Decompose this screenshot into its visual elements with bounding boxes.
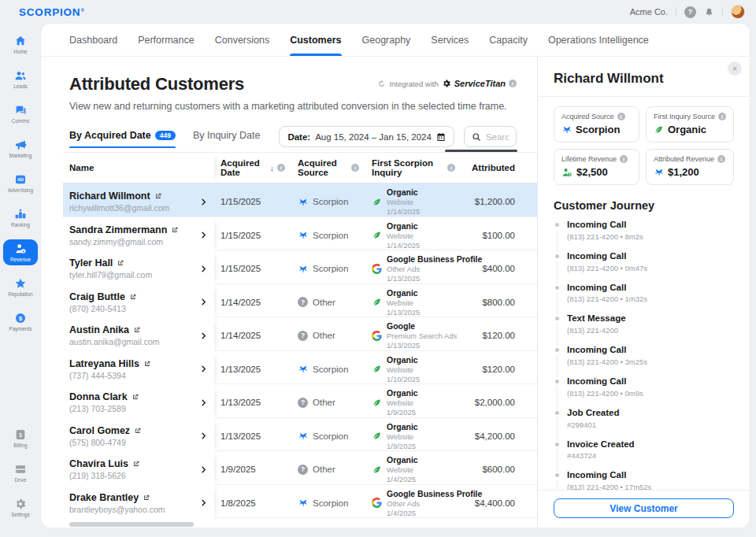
source-label: Scorpion — [313, 231, 348, 240]
table-horizontal-scrollbar[interactable] — [69, 522, 194, 527]
account-name[interactable]: Acme Co. — [630, 7, 668, 17]
column-header-acquired-date[interactable]: Acquired Date↓i — [214, 153, 291, 183]
search-input[interactable] — [486, 132, 509, 142]
inquiry-medium: Website — [387, 198, 420, 206]
customer-name: Carol Gomez — [69, 425, 130, 436]
stat-info-icon[interactable]: i — [620, 155, 628, 163]
sidebar-item-marketing[interactable]: Marketing — [3, 135, 38, 161]
integration-info-icon[interactable]: i — [509, 80, 517, 87]
first-inquiry-value: Organic Website 1/13/2025 — [365, 284, 461, 320]
divider — [722, 7, 723, 17]
row-expand-chevron-icon[interactable] — [199, 298, 208, 306]
row-expand-chevron-icon[interactable] — [199, 265, 208, 273]
external-link-icon[interactable] — [117, 259, 124, 267]
sidebar-item-revenue[interactable]: $ Revenue — [3, 239, 38, 265]
nav-tab-operations-intelligence[interactable]: Operations Intelligence — [548, 24, 649, 56]
nav-tab-services[interactable]: Services — [431, 24, 469, 56]
journey-item: Incoming Call (813) 221-4200 • 3m25s — [555, 345, 734, 376]
app-sidebar: Home Leads Comms Marketing AD Advertisin… — [0, 24, 41, 537]
stat-info-icon[interactable]: i — [617, 113, 625, 120]
sort-desc-icon[interactable]: ↓ — [270, 163, 275, 172]
nav-tab-customers[interactable]: Customers — [290, 24, 341, 56]
calendar-icon — [436, 132, 446, 142]
tab-by-inquiry-date[interactable]: By Inquiry Date — [193, 130, 260, 148]
search-field[interactable] — [464, 126, 517, 147]
table-row[interactable]: Donna Clark (213) 703-2589 1/13/2025 ? O… — [63, 384, 537, 418]
table-row[interactable]: Carol Gomez (575) 800-4749 1/13/2025 Sco… — [63, 418, 537, 452]
table-row[interactable]: Latreyana Hills (737) 444-5394 1/13/2025… — [63, 351, 537, 385]
external-link-icon[interactable] — [129, 293, 137, 301]
external-link-icon[interactable] — [134, 427, 142, 435]
stat-card: First Inquiry Sourcei Organic — [646, 106, 734, 143]
acquired-date-info-icon[interactable]: i — [277, 164, 285, 172]
sidebar-item-settings[interactable]: Settings — [3, 494, 38, 520]
sync-refresh-icon[interactable] — [377, 80, 386, 88]
sidebar-item-comms[interactable]: Comms — [3, 101, 38, 127]
nav-tab-conversions[interactable]: Conversions — [215, 24, 269, 56]
table-row[interactable]: Richard Willmont richywillmott36@gmail.c… — [63, 183, 537, 217]
sidebar-item-drive[interactable]: Drive — [3, 460, 38, 486]
external-link-icon[interactable] — [132, 393, 139, 401]
column-header-attributed: Attributed — [461, 153, 521, 183]
table-horizontal-scrollbar-top[interactable] — [445, 150, 517, 152]
source-label: Scorpion — [313, 197, 348, 206]
column-header-acquired-source: Acquired Sourcei — [291, 153, 365, 183]
sidebar-item-home[interactable]: Home — [3, 31, 38, 57]
acquired-date-value: 1/14/2025 — [214, 317, 291, 354]
stat-card: Acquired Sourcei Scorpion — [554, 106, 639, 143]
customer-name: Sandra Zimmermann — [69, 224, 167, 235]
settings-icon — [14, 498, 27, 510]
row-expand-chevron-icon[interactable] — [199, 398, 208, 407]
sidebar-item-label: Revenue — [10, 257, 31, 262]
table-row[interactable]: Chavira Luis (219) 318-5626 1/9/2025 ? O… — [63, 451, 537, 485]
row-expand-chevron-icon[interactable] — [199, 365, 208, 373]
sidebar-item-billing[interactable]: $ Billing — [3, 425, 38, 451]
view-customer-button[interactable]: View Customer — [554, 498, 734, 518]
external-link-icon[interactable] — [154, 192, 162, 200]
nav-tab-geography[interactable]: Geography — [362, 24, 411, 56]
source-label: Other — [313, 465, 335, 474]
help-icon[interactable]: ? — [684, 6, 696, 18]
stat-info-icon[interactable]: i — [718, 113, 726, 120]
source-label: Other — [313, 331, 335, 340]
acquired-source-info-icon[interactable]: i — [351, 164, 359, 172]
close-icon[interactable]: × — [728, 61, 742, 76]
table-row[interactable]: Austin Anika austin.anika@gmail.com 1/14… — [63, 317, 537, 351]
external-link-icon[interactable] — [132, 460, 140, 468]
table-row[interactable]: Sandra Zimmermann sandy.zimmy@gmail.com … — [63, 217, 537, 251]
nav-tab-dashboard[interactable]: Dashboard — [69, 24, 117, 56]
row-expand-chevron-icon[interactable] — [199, 431, 208, 440]
sidebar-item-reputation[interactable]: Reputation — [3, 274, 38, 300]
stat-info-icon[interactable]: i — [717, 155, 725, 163]
sidebar-item-advertising[interactable]: AD Advertising — [3, 170, 38, 196]
scorpion-logo[interactable]: SCORPION® — [19, 6, 85, 18]
acquired-date-value: 1/14/2025 — [214, 284, 291, 320]
marketing-icon — [14, 139, 27, 151]
attributed-amount: $800.00 — [461, 284, 521, 320]
sidebar-item-payments[interactable]: $ Payments — [3, 309, 38, 335]
row-expand-chevron-icon[interactable] — [199, 231, 208, 239]
row-expand-chevron-icon[interactable] — [199, 498, 208, 507]
row-expand-chevron-icon[interactable] — [199, 331, 208, 340]
table-row[interactable]: Tyler Hall tyler.hill79@gmail.com 1/15/2… — [63, 250, 537, 284]
user-avatar[interactable] — [731, 5, 745, 19]
nav-tab-capacity[interactable]: Capacity — [489, 24, 528, 56]
notifications-bell-icon[interactable] — [704, 7, 714, 17]
first-inquiry-info-icon[interactable]: i — [447, 164, 455, 172]
row-expand-chevron-icon[interactable] — [199, 465, 208, 474]
table-body: Richard Willmont richywillmott36@gmail.c… — [63, 183, 537, 518]
nav-tab-performance[interactable]: Performance — [138, 24, 195, 56]
inquiry-date: 1/14/2025 — [387, 207, 420, 216]
external-link-icon[interactable] — [143, 360, 151, 368]
tab-by-acquired-date[interactable]: By Acquired Date 449 — [69, 130, 176, 148]
table-row[interactable]: Drake Brantley brantleyboys@yahoo.com 1/… — [63, 485, 537, 519]
leaf-icon — [372, 398, 382, 408]
external-link-icon[interactable] — [143, 494, 150, 502]
external-link-icon[interactable] — [171, 226, 179, 234]
row-expand-chevron-icon[interactable] — [199, 198, 208, 206]
sidebar-item-ranking[interactable]: Ranking — [3, 205, 38, 231]
external-link-icon[interactable] — [133, 326, 141, 334]
table-row[interactable]: Craig Buttle (870) 240-5413 1/14/2025 ? … — [63, 284, 537, 318]
sidebar-item-leads[interactable]: Leads — [3, 66, 38, 92]
date-range-picker[interactable]: Date: Aug 15, 2024 – Jan 15, 2024 — [279, 126, 454, 147]
